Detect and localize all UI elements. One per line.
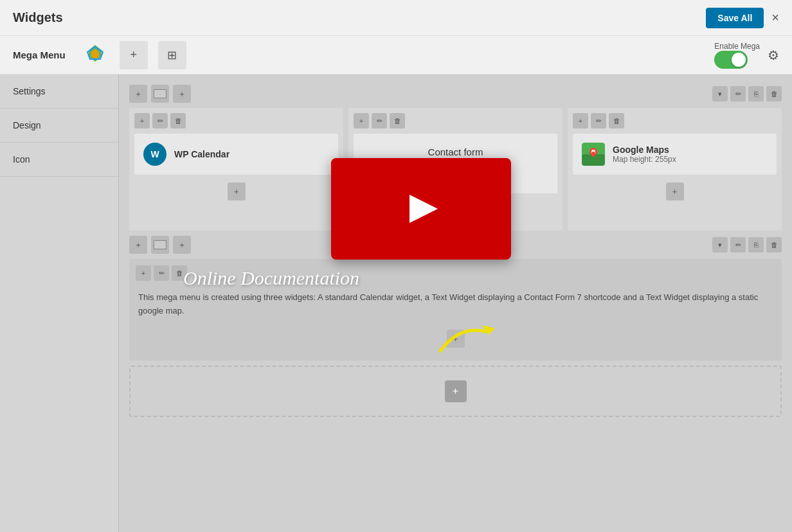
col1-toolbar: + ✏ 🗑 (134, 113, 338, 129)
row2-dropdown-button[interactable]: ▾ (712, 237, 728, 253)
sidebar-item-icon[interactable]: Icon (0, 143, 118, 177)
content-area: + + ▾ ✏ ⎘ 🗑 + ✏ 🗑 (119, 75, 792, 532)
row2-edit-button[interactable]: ✏ (730, 237, 746, 253)
plus-icon: + (179, 240, 184, 250)
google-maps-info: Google Maps Map height: 255px (613, 145, 676, 164)
arrow-overlay (428, 312, 505, 366)
row2-delete-button[interactable]: 🗑 (766, 237, 782, 253)
sidebar-item-design[interactable]: Design (0, 109, 118, 143)
youtube-overlay[interactable] (331, 158, 511, 260)
plus-icon: + (136, 240, 141, 250)
sidebar-item-settings[interactable]: Settings (0, 75, 118, 109)
enable-mega-label: Enable Mega (714, 42, 760, 51)
empty-row: + (129, 366, 782, 417)
col2-add-button[interactable]: + (354, 113, 369, 129)
col2-toolbar: + ✏ 🗑 (354, 113, 557, 129)
wp-logo-icon: W (142, 141, 168, 167)
col-add-button[interactable]: + (134, 113, 150, 129)
plus-icon: + (179, 89, 184, 99)
top-bar-actions: Save All × (706, 8, 779, 28)
wp-calendar-title: WP Calendar (174, 149, 230, 159)
row2-add-col-button[interactable]: + (129, 236, 147, 254)
sidebar-icon-label: Icon (13, 154, 30, 164)
row2-copy-button[interactable]: ⎘ (748, 237, 764, 253)
close-button[interactable]: × (771, 10, 779, 25)
col2-delete-button[interactable]: 🗑 (390, 113, 405, 129)
arrow-svg (428, 312, 505, 364)
svg-rect-9 (592, 152, 595, 157)
wordpress-logo: W (143, 143, 166, 166)
plus-icon: + (136, 89, 141, 99)
widget-col-3: + ✏ 🗑 (568, 108, 782, 231)
col-delete-button[interactable]: 🗑 (170, 113, 186, 129)
menu-bar-right: Enable Mega ⚙ (714, 42, 779, 69)
desc-add-button[interactable]: + (136, 265, 151, 281)
row2-add-widget-button[interactable]: + (173, 236, 191, 254)
row-copy-button[interactable]: ⎘ (748, 86, 764, 102)
page-title: Widgets (13, 10, 63, 25)
svg-text:W: W (150, 149, 159, 159)
main-layout: Settings Design Icon + + ▾ ✏ ⎘ 🗑 (0, 75, 792, 532)
row2-toolbar-right: ▾ ✏ ⎘ 🗑 (712, 237, 782, 253)
col3-add-widget-button[interactable]: + (666, 182, 684, 200)
row-delete-button[interactable]: 🗑 (766, 86, 782, 102)
separator-button[interactable] (151, 85, 169, 103)
grid-button[interactable]: ⊞ (158, 41, 186, 69)
row-edit-button[interactable]: ✏ (730, 86, 746, 102)
add-row-button[interactable]: + (120, 41, 148, 69)
wp-calendar-widget: W WP Calendar (134, 134, 338, 175)
wp-svg: W (147, 146, 163, 163)
menu-bar: Mega Menu + ⊞ Enable Mega ⚙ (0, 36, 792, 75)
contact-form-title: Contact form (428, 146, 483, 157)
col3-edit-button[interactable]: ✏ (591, 113, 606, 129)
sidebar: Settings Design Icon (0, 75, 119, 532)
plus-icon: + (130, 48, 137, 62)
col3-toolbar: + ✏ 🗑 (573, 113, 777, 129)
enable-mega-group: Enable Mega (714, 42, 760, 69)
mega-menu-logo-svg (84, 44, 107, 67)
enable-mega-toggle[interactable] (714, 51, 748, 69)
desc-edit-button[interactable]: ✏ (154, 265, 169, 281)
play-button-icon (410, 195, 438, 223)
settings-button[interactable]: ⚙ (768, 48, 779, 63)
documentation-text: Online Documentation (183, 267, 359, 289)
mega-menu-logo (81, 41, 109, 69)
mega-menu-label: Mega Menu (13, 49, 66, 60)
add-widget-button[interactable]: + (173, 85, 191, 103)
col2-edit-button[interactable]: ✏ (372, 113, 387, 129)
top-bar: Widgets Save All × (0, 0, 792, 36)
wp-calendar-info: WP Calendar (174, 149, 230, 159)
row2-separator-button[interactable] (151, 236, 169, 254)
gmap-svg (582, 143, 605, 166)
google-maps-icon (580, 141, 606, 167)
separator-icon (154, 240, 166, 249)
col3-add-center: + (573, 180, 777, 203)
col3-delete-button[interactable]: 🗑 (609, 113, 624, 129)
row-dropdown-button[interactable]: ▾ (712, 86, 728, 102)
row1-toolbar: + + ▾ ✏ ⎘ 🗑 (129, 85, 782, 103)
col3-add-button[interactable]: + (573, 113, 588, 129)
gmap-logo (582, 143, 605, 166)
grid-icon: ⊞ (167, 48, 177, 62)
add-col-button[interactable]: + (129, 85, 147, 103)
col1-add-center: + (134, 180, 338, 203)
row-toolbar-right: ▾ ✏ ⎘ 🗑 (712, 86, 782, 102)
google-maps-widget: Google Maps Map height: 255px (573, 134, 777, 175)
empty-row-add-button[interactable]: + (445, 380, 467, 402)
col-edit-button[interactable]: ✏ (152, 113, 168, 129)
separator-icon (154, 89, 166, 98)
sidebar-settings-label: Settings (13, 86, 46, 96)
save-all-button[interactable]: Save All (706, 8, 764, 28)
col1-add-widget-button[interactable]: + (228, 182, 246, 200)
sidebar-design-label: Design (13, 120, 41, 130)
google-maps-title: Google Maps (613, 145, 676, 155)
widget-col-1: + ✏ 🗑 W WP Calendar (129, 108, 343, 231)
google-maps-subtitle: Map height: 255px (613, 155, 676, 164)
